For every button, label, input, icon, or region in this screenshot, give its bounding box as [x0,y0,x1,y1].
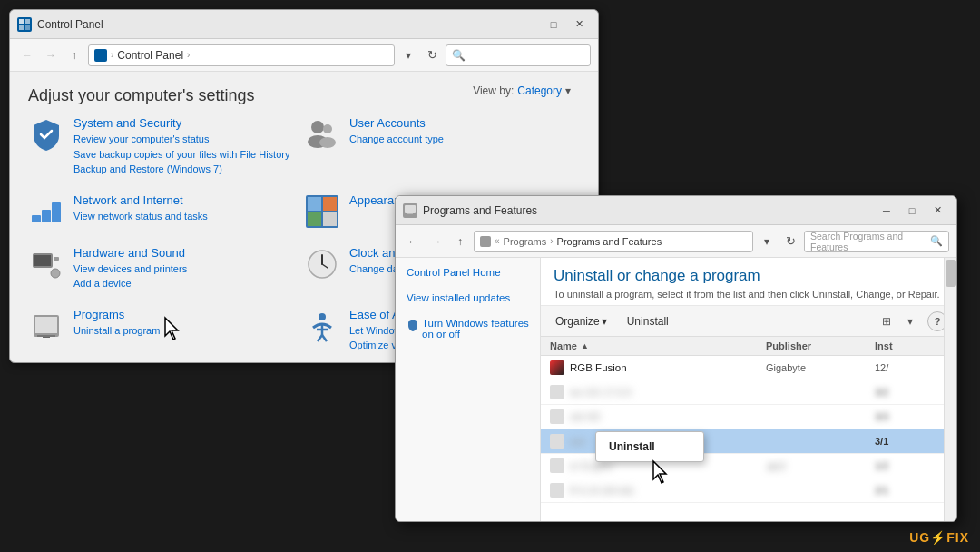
program-publisher: .a.r.l [766,460,875,471]
hardware-icon [28,246,64,282]
close-button[interactable]: ✕ [567,15,591,34]
programs-table: Name ▲ Publisher Inst RGB Fusion Gigabyt… [541,337,956,521]
program-publisher: Gigabyte [766,362,875,373]
view-by-category[interactable]: Category [517,84,562,97]
programs-address-icon [480,236,491,247]
forward-button[interactable]: → [41,45,61,65]
svg-rect-18 [54,257,59,261]
programs-minimize-button[interactable]: ─ [875,201,898,221]
programs-close-button[interactable]: ✕ [926,201,949,221]
address-dropdown-button[interactable]: ▾ [398,45,418,65]
control-panel-icon [17,17,32,32]
svg-rect-33 [407,213,413,214]
system-security-title[interactable]: System and Security [74,116,304,130]
table-rows: RGB Fusion Gigabyte 12/ ies GG 17.0.0 3/… [541,356,956,503]
programs-search-bar[interactable]: Search Programs and Features 🔍 [804,231,949,252]
context-menu-uninstall[interactable]: Uninstall [596,435,703,458]
programs-forward-button[interactable]: → [426,232,446,251]
shield-icon [407,319,419,333]
organize-button[interactable]: Organize ▾ [550,313,612,330]
system-security-link-1[interactable]: Save backup copies of your files with Fi… [74,147,304,163]
programs-search-placeholder: Search Programs and Features [810,231,926,252]
search-bar[interactable]: 🔍 [446,44,591,66]
back-button[interactable]: ← [17,45,37,65]
programs-header: Uninstall or change a program To uninsta… [541,258,956,306]
program-icon [550,483,564,498]
programs-up-button[interactable]: ↑ [450,232,470,251]
sidebar-windows-features[interactable]: Turn Windows features on or off [407,318,529,340]
category-system-security: System and Security Review your computer… [28,116,304,177]
svg-rect-13 [323,197,337,211]
program-name: ies GG 17.0.0 [570,387,632,398]
clock-icon [304,246,340,282]
view-list-button[interactable]: ⊞ [877,311,897,331]
appearance-icon [304,193,340,230]
programs-address-dropdown[interactable]: ▾ [757,232,777,251]
svg-point-4 [311,121,324,133]
hardware-link-0[interactable]: View devices and printers [74,261,304,277]
hardware-title[interactable]: Hardware and Sound [74,246,304,260]
network-title[interactable]: Network and Internet [74,193,304,207]
horizontal-scrollbar[interactable] [396,521,956,522]
programs-action-toolbar: Organize ▾ Uninstall ⊞ ▾ ? [541,306,956,337]
program-date: 1/2 [875,460,947,471]
sidebar-view-updates[interactable]: View installed updates [407,292,529,303]
program-icon [550,360,564,375]
program-name: RGB Fusion [570,362,627,373]
svg-rect-10 [52,202,61,222]
watermark: UG⚡FIX [909,530,969,545]
svg-rect-32 [405,205,416,213]
program-icon [550,458,564,473]
system-security-link-0[interactable]: Review your computer's status [74,132,304,147]
hardware-link-1[interactable]: Add a device [74,276,304,291]
context-menu: Uninstall [595,431,704,462]
table-row[interactable]: wer 3/1 Uninstall [541,429,956,454]
sidebar-control-panel-home[interactable]: Control Panel Home [407,267,529,278]
view-icons: ⊞ ▾ [877,311,920,331]
svg-rect-17 [34,255,51,266]
category-network-internet: Network and Internet View network status… [28,193,304,230]
user-accounts-icon [304,116,340,153]
programs-back-button[interactable]: ← [403,232,423,251]
programs-title[interactable]: Programs [74,308,304,321]
programs-nav-toolbar: ← → ↑ « Programs › Programs and Features… [396,225,956,258]
control-panel-titlebar: Control Panel ─ □ ✕ [10,10,598,39]
refresh-button[interactable]: ↻ [422,45,442,65]
programs-refresh-button[interactable]: ↻ [780,232,800,251]
minimize-button[interactable]: ─ [516,15,540,34]
view-dropdown-button[interactable]: ▾ [900,311,920,331]
category-hardware-sound: Hardware and Sound View devices and prin… [28,246,304,291]
watermark-text: UG [909,530,930,545]
programs-maximize-button[interactable]: □ [900,201,924,221]
scrollbar[interactable] [944,258,956,521]
program-name: R 6.10 (64-bit) [570,485,633,496]
category-programs: Programs Uninstall a program [28,308,304,353]
program-name: old HD [570,411,601,422]
program-icon [550,434,564,448]
system-security-link-2[interactable]: Backup and Restore (Windows 7) [74,162,304,177]
control-panel-title: Control Panel [37,18,516,31]
network-link-0[interactable]: View network status and tasks [74,209,304,224]
up-button[interactable]: ↑ [64,45,84,65]
table-row[interactable]: RGB Fusion Gigabyte 12/ [541,356,956,380]
category-user-accounts: User Accounts Change account type [304,116,580,177]
program-name: wer [570,436,586,447]
svg-rect-0 [19,19,24,24]
programs-link-0[interactable]: Uninstall a program [74,323,304,339]
programs-titlebar-controls: ─ □ ✕ [875,201,949,221]
scrollbar-thumb[interactable] [946,260,956,287]
programs-titlebar: Programs and Features ─ □ ✕ [396,196,956,225]
programs-subtitle: To uninstall a program, select it from t… [554,289,944,300]
programs-body: Control Panel Home View installed update… [396,258,956,521]
table-row[interactable]: old HD 3/3 [541,405,956,429]
uninstall-button[interactable]: Uninstall [620,313,676,330]
table-row[interactable]: R 6.10 (64-bit) 2/1 [541,478,956,503]
svg-point-7 [319,137,336,148]
user-accounts-title[interactable]: User Accounts [349,116,580,130]
maximize-button[interactable]: □ [542,15,565,34]
user-accounts-link-0[interactable]: Change account type [349,132,580,147]
programs-address-path: Programs and Features [557,236,662,247]
table-row[interactable]: ies GG 17.0.0 3/2 [541,380,956,405]
program-date: 3/3 [875,411,947,422]
svg-rect-25 [37,335,55,337]
